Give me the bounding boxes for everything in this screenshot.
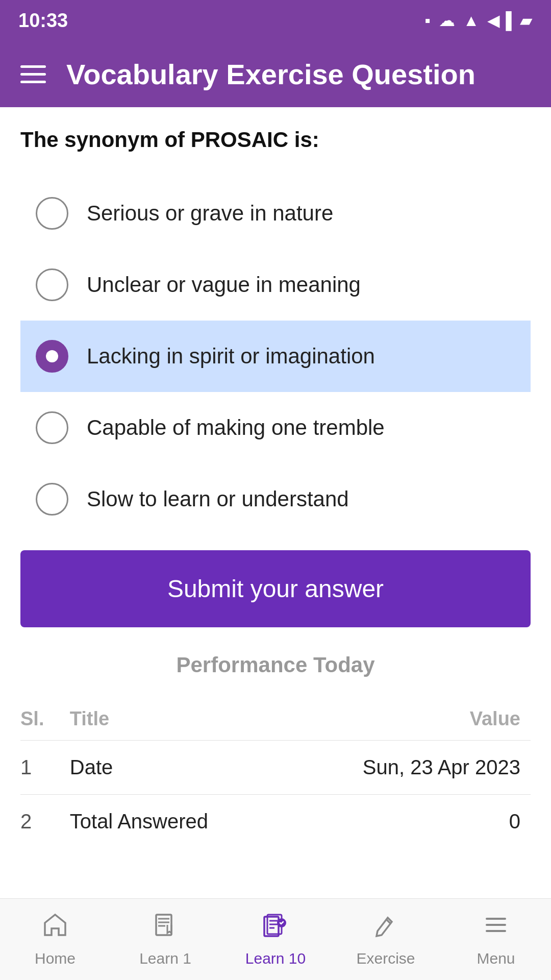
performance-table: Sl. Title Value 1 Date Sun, 23 Apr 2023 … xyxy=(20,698,531,848)
options-list: Serious or grave in nature Unclear or va… xyxy=(20,178,531,535)
row-value: Sun, 23 Apr 2023 xyxy=(286,741,531,795)
cloud-icon: ☁ xyxy=(439,11,455,30)
question-text: The synonym of PROSAIC is: xyxy=(20,128,531,152)
signal-icon: ◀▐ xyxy=(487,11,512,30)
status-icons: ▪ ☁ ▲ ◀▐ ▰ xyxy=(424,11,533,30)
option-5[interactable]: Slow to learn or understand xyxy=(20,463,531,535)
radio-button-2[interactable] xyxy=(36,268,68,301)
radio-button-5[interactable] xyxy=(36,483,68,516)
radio-button-3[interactable] xyxy=(36,340,68,373)
nav-menu[interactable]: Menu xyxy=(441,906,551,972)
battery-icon: ▰ xyxy=(520,11,533,30)
learn1-icon xyxy=(152,912,179,945)
exercise-icon xyxy=(372,912,399,945)
nav-learn1[interactable]: Learn 1 xyxy=(110,906,220,972)
col-title: Title xyxy=(70,698,286,741)
performance-title: Performance Today xyxy=(20,653,531,677)
bottom-nav: Home Learn 1 Learn 10 xyxy=(0,898,551,980)
hamburger-menu-button[interactable] xyxy=(20,65,46,83)
nav-learn1-label: Learn 1 xyxy=(139,950,191,967)
row-title: Total Answered xyxy=(70,795,286,849)
table-row: 2 Total Answered 0 xyxy=(20,795,531,849)
main-content: The synonym of PROSAIC is: Serious or gr… xyxy=(0,107,551,627)
row-value: 0 xyxy=(286,795,531,849)
row-sl: 2 xyxy=(20,795,70,849)
nav-home[interactable]: Home xyxy=(0,906,110,972)
menu-icon xyxy=(483,912,509,945)
row-sl: 1 xyxy=(20,741,70,795)
option-2-text: Unclear or vague in meaning xyxy=(87,273,361,297)
option-3-text: Lacking in spirit or imagination xyxy=(87,344,375,369)
nav-home-label: Home xyxy=(35,950,76,967)
learn10-icon xyxy=(262,912,289,945)
wifi-icon: ▲ xyxy=(463,11,480,30)
nav-exercise[interactable]: Exercise xyxy=(331,906,441,972)
submit-answer-button[interactable]: Submit your answer xyxy=(20,550,531,627)
status-bar: 10:33 ▪ ☁ ▲ ◀▐ ▰ xyxy=(0,0,551,41)
col-sl: Sl. xyxy=(20,698,70,741)
option-4[interactable]: Capable of making one tremble xyxy=(20,392,531,463)
app-header: Vocabulary Exercise Question xyxy=(0,41,551,107)
performance-section: Performance Today Sl. Title Value 1 Date… xyxy=(0,653,551,848)
table-row: 1 Date Sun, 23 Apr 2023 xyxy=(20,741,531,795)
radio-button-1[interactable] xyxy=(36,197,68,230)
nav-menu-label: Menu xyxy=(477,950,515,967)
option-3[interactable]: Lacking in spirit or imagination xyxy=(20,321,531,392)
option-1-text: Serious or grave in nature xyxy=(87,201,333,226)
square-icon: ▪ xyxy=(424,11,430,30)
status-time: 10:33 xyxy=(18,10,68,32)
page-title: Vocabulary Exercise Question xyxy=(66,58,475,91)
option-5-text: Slow to learn or understand xyxy=(87,487,349,511)
option-4-text: Capable of making one tremble xyxy=(87,415,385,440)
svg-rect-1 xyxy=(264,917,279,936)
row-title: Date xyxy=(70,741,286,795)
nav-learn10[interactable]: Learn 10 xyxy=(220,906,331,972)
option-2[interactable]: Unclear or vague in meaning xyxy=(20,249,531,321)
radio-button-4[interactable] xyxy=(36,411,68,444)
home-icon xyxy=(42,912,68,945)
col-value: Value xyxy=(286,698,531,741)
option-1[interactable]: Serious or grave in nature xyxy=(20,178,531,249)
nav-exercise-label: Exercise xyxy=(356,950,415,967)
nav-learn10-label: Learn 10 xyxy=(245,950,306,967)
